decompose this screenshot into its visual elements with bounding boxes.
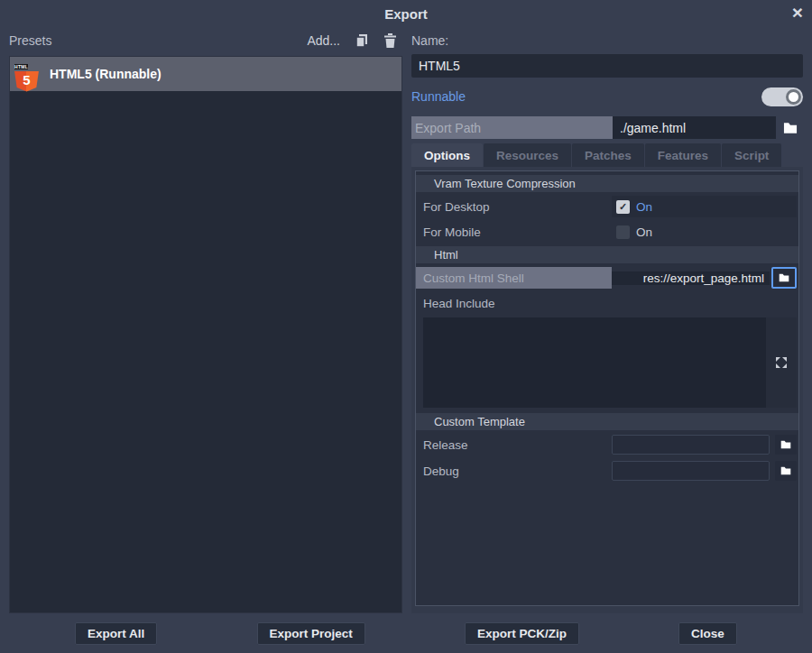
presets-panel: Presets Add... (9, 27, 402, 613)
custom-html-shell-value-cell: res://export_page.html (612, 267, 797, 289)
name-label: Name: (411, 27, 803, 54)
close-icon[interactable]: × (792, 2, 803, 23)
preset-settings-panel: Name: Runnable Export Path ./game.html (411, 27, 803, 613)
row-for-mobile: For Mobile On (416, 221, 797, 243)
dialog-footer: Export All Export Project Export PCK/Zip… (0, 613, 812, 653)
delete-preset-icon[interactable] (383, 33, 397, 48)
section-custom-template: Custom Template (416, 413, 798, 430)
for-desktop-checkbox[interactable]: ✓ (616, 200, 630, 214)
debug-label: Debug (423, 460, 612, 482)
html5-icon-shield: 5 (14, 71, 39, 92)
tab-options[interactable]: Options (411, 143, 483, 167)
export-all-button[interactable]: Export All (75, 622, 157, 645)
release-input[interactable] (612, 435, 770, 455)
release-label: Release (423, 434, 612, 455)
head-include-textarea[interactable] (423, 317, 766, 408)
tab-panel: Vram Texture Compression For Desktop ✓ O… (411, 167, 803, 613)
runnable-toggle-knob (786, 89, 801, 105)
presets-label: Presets (9, 33, 307, 48)
html5-icon-badge: HTML (14, 64, 28, 69)
custom-html-shell-folder-button[interactable] (771, 267, 797, 289)
section-vram-texture-compression: Vram Texture Compression (416, 175, 798, 192)
tab-resources[interactable]: Resources (484, 143, 571, 167)
expand-icon (774, 355, 789, 370)
custom-html-shell-value[interactable]: res://export_page.html (612, 271, 770, 285)
row-head-include-label: Head Include (416, 292, 797, 314)
for-mobile-checkbox[interactable] (616, 225, 630, 239)
checkmark-icon: ✓ (619, 201, 627, 213)
export-path-label: Export Path (411, 116, 613, 139)
folder-icon (780, 439, 791, 450)
debug-value-cell (612, 460, 797, 482)
preset-list: HTML 5 HTML5 (Runnable) (9, 56, 402, 613)
export-pck-zip-button[interactable]: Export PCK/Zip (465, 622, 579, 645)
for-mobile-on-label: On (636, 225, 652, 239)
release-folder-button[interactable] (775, 435, 797, 455)
head-include-gutter (766, 317, 797, 408)
export-path-folder-button[interactable] (778, 116, 803, 139)
row-release: Release (416, 434, 797, 455)
folder-icon (780, 465, 791, 476)
html5-icon: HTML 5 (14, 57, 39, 92)
add-preset-button[interactable]: Add... (307, 33, 340, 48)
for-mobile-label: For Mobile (423, 221, 612, 243)
close-button[interactable]: Close (678, 622, 737, 645)
folder-icon (783, 122, 798, 134)
tab-script[interactable]: Script (722, 143, 781, 167)
duplicate-preset-icon[interactable] (355, 33, 369, 48)
head-include-label: Head Include (423, 292, 797, 314)
tab-bar: Options Resources Patches Features Scrip… (411, 143, 803, 167)
expand-editor-button[interactable] (774, 355, 789, 370)
export-dialog: Export × Presets Add... (0, 0, 812, 653)
export-project-button[interactable]: Export Project (257, 622, 365, 645)
preset-item-html5[interactable]: HTML 5 HTML5 (Runnable) (10, 57, 401, 91)
row-for-desktop: For Desktop ✓ On (416, 196, 797, 217)
custom-html-shell-label: Custom Html Shell (416, 267, 612, 289)
release-value-cell (612, 434, 797, 455)
debug-input[interactable] (612, 461, 770, 481)
head-include-editor (423, 317, 797, 408)
name-input[interactable] (411, 54, 803, 78)
tab-patches[interactable]: Patches (572, 143, 644, 167)
for-desktop-value-cell: ✓ On (612, 196, 797, 217)
runnable-label: Runnable (411, 89, 466, 104)
folder-icon (779, 272, 789, 283)
debug-folder-button[interactable] (775, 461, 797, 481)
export-path-value[interactable]: ./game.html (613, 116, 776, 139)
dialog-titlebar: Export × (0, 0, 812, 27)
row-debug: Debug (416, 460, 797, 482)
presets-header: Presets Add... (9, 27, 402, 54)
dialog-title: Export (384, 6, 428, 22)
tab-features[interactable]: Features (645, 143, 721, 167)
for-desktop-on-label: On (636, 200, 652, 214)
for-mobile-value-cell: On (612, 221, 797, 243)
export-path-row: Export Path ./game.html (411, 116, 803, 139)
dialog-content: Presets Add... (0, 27, 812, 613)
for-desktop-label: For Desktop (423, 196, 612, 217)
options-inspector: Vram Texture Compression For Desktop ✓ O… (415, 170, 799, 606)
runnable-toggle[interactable] (761, 87, 803, 106)
row-custom-html-shell: Custom Html Shell res://export_page.html (416, 267, 797, 289)
section-html: Html (416, 246, 798, 263)
runnable-row: Runnable (411, 86, 803, 107)
preset-item-label: HTML5 (Runnable) (50, 67, 161, 81)
